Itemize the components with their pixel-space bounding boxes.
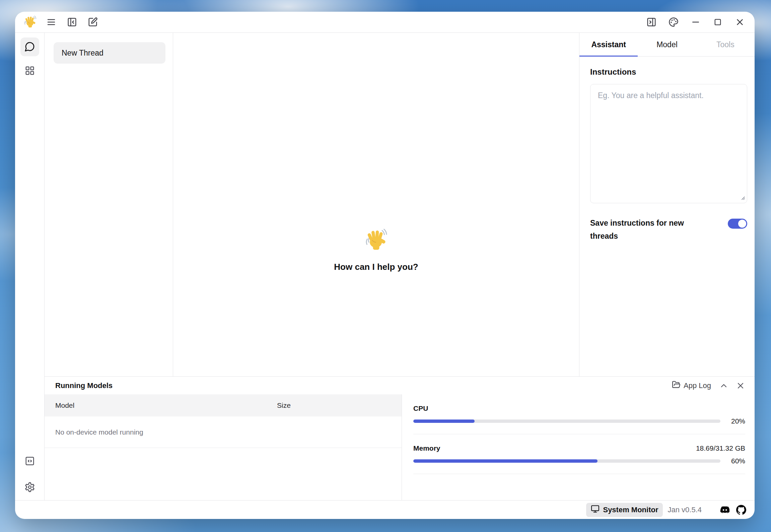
memory-label: Memory bbox=[413, 444, 440, 452]
panel-right-toggle-icon[interactable] bbox=[645, 16, 657, 28]
instructions-textarea[interactable] bbox=[590, 84, 747, 203]
code-square-icon bbox=[25, 456, 35, 467]
monitor-icon bbox=[591, 505, 600, 515]
running-models-panel: Running Models App Log bbox=[45, 376, 755, 500]
cpu-progress-bar bbox=[413, 420, 720, 423]
gear-icon bbox=[24, 482, 35, 493]
theme-palette-icon[interactable] bbox=[668, 16, 680, 28]
panel-expand-chevron-up-icon[interactable] bbox=[717, 379, 730, 392]
discord-icon[interactable] bbox=[718, 504, 730, 516]
memory-monitor-row: Memory 18.69/31.32 GB 60% bbox=[413, 434, 745, 474]
chat-bubble-icon bbox=[24, 41, 35, 53]
running-models-table: Model Size No on-device model running bbox=[45, 394, 402, 500]
cpu-label: CPU bbox=[413, 404, 428, 412]
tab-model[interactable]: Model bbox=[638, 33, 696, 56]
sidebar-item-hub[interactable] bbox=[20, 62, 39, 80]
chat-empty-state: How can I help you? bbox=[173, 33, 579, 376]
chat-greeting: How can I help you? bbox=[334, 262, 418, 272]
system-monitor-button[interactable]: System Monitor bbox=[586, 503, 663, 517]
cpu-progress-fill bbox=[413, 420, 475, 423]
app-version: Jan v0.5.4 bbox=[668, 506, 702, 514]
close-icon[interactable] bbox=[734, 16, 746, 28]
sidebar-item-settings[interactable] bbox=[20, 478, 39, 497]
panel-close-icon[interactable] bbox=[734, 379, 747, 392]
maximize-icon[interactable] bbox=[712, 16, 724, 28]
resize-handle-icon[interactable] bbox=[740, 195, 746, 202]
app-logo-wave-icon bbox=[24, 15, 37, 29]
new-chat-icon[interactable] bbox=[87, 16, 99, 28]
titlebar bbox=[15, 12, 755, 33]
toggle-knob bbox=[738, 220, 746, 228]
memory-progress-bar bbox=[413, 459, 720, 463]
folder-open-icon bbox=[672, 380, 681, 391]
panel-left-collapse-icon[interactable] bbox=[66, 16, 78, 28]
tab-assistant[interactable]: Assistant bbox=[579, 33, 638, 56]
sidebar-item-threads[interactable] bbox=[20, 37, 39, 56]
left-rail bbox=[15, 33, 45, 500]
memory-usage: 18.69/31.32 GB bbox=[696, 444, 745, 452]
grid-icon bbox=[25, 66, 35, 77]
table-empty-row: No on-device model running bbox=[45, 416, 402, 448]
cpu-monitor-row: CPU 20% bbox=[413, 394, 745, 434]
thread-list-item[interactable]: New Thread bbox=[54, 42, 165, 64]
app-log-button[interactable]: App Log bbox=[669, 379, 714, 392]
save-instructions-toggle[interactable] bbox=[728, 219, 747, 229]
tab-tools[interactable]: Tools bbox=[696, 33, 755, 56]
app-window: New Thread How can I help you? Assistant… bbox=[15, 12, 755, 519]
memory-progress-fill bbox=[413, 459, 598, 463]
table-header-model: Model bbox=[45, 401, 277, 409]
assistant-panel-tabs: Assistant Model Tools bbox=[579, 33, 755, 57]
thread-list: New Thread bbox=[45, 33, 173, 376]
instructions-heading: Instructions bbox=[590, 67, 747, 77]
minimize-icon[interactable] bbox=[690, 16, 702, 28]
statusbar: System Monitor Jan v0.5.4 bbox=[15, 500, 755, 519]
sidebar-item-local-api-server[interactable] bbox=[20, 452, 39, 471]
system-monitor-section: CPU 20% Memo bbox=[402, 394, 755, 500]
save-instructions-label: Save instructions for new threads bbox=[590, 217, 701, 243]
menu-icon[interactable] bbox=[45, 16, 57, 28]
table-header-size: Size bbox=[277, 401, 402, 409]
running-models-title: Running Models bbox=[55, 381, 113, 390]
wave-hand-icon bbox=[365, 228, 388, 252]
thread-title: New Thread bbox=[62, 49, 103, 58]
assistant-panel: Assistant Model Tools Instructions bbox=[579, 33, 755, 376]
cpu-percent: 20% bbox=[726, 417, 745, 425]
memory-percent: 60% bbox=[726, 457, 745, 465]
github-icon[interactable] bbox=[735, 504, 747, 516]
